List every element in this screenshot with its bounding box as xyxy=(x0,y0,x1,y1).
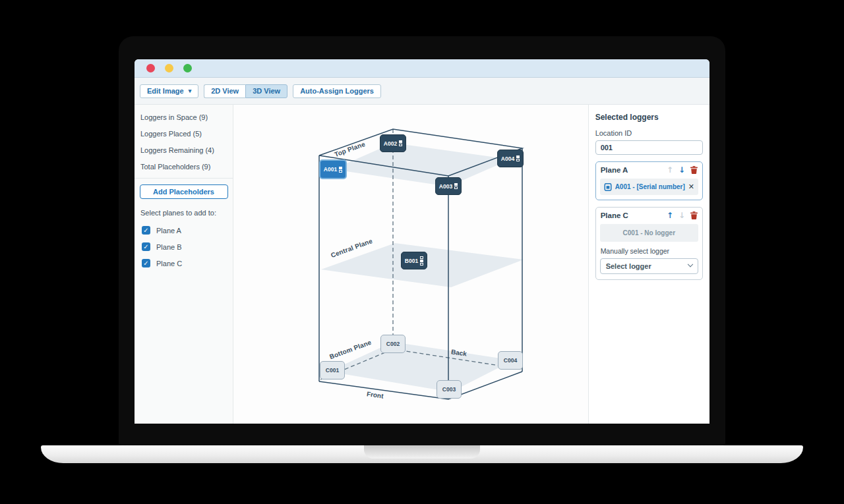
placeholder-c001[interactable]: C001 xyxy=(320,361,345,379)
selected-loggers-panel: Selected loggers Location ID Plane A ↑ ↓ xyxy=(588,105,709,424)
zoom-window-button[interactable] xyxy=(183,64,192,72)
select-logger-placeholder: Select logger xyxy=(606,262,651,270)
logger-device-icon xyxy=(399,140,402,146)
placeholder-c004[interactable]: C004 xyxy=(498,351,523,370)
location-id-input[interactable] xyxy=(595,140,703,155)
edit-image-dropdown[interactable]: Edit Image ▾ xyxy=(140,84,198,98)
toolbar: Edit Image ▾ 2D View 3D View Auto-Assign… xyxy=(135,78,709,105)
app-window: Edit Image ▾ 2D View 3D View Auto-Assign… xyxy=(135,59,709,424)
logger-device-icon xyxy=(454,183,458,189)
delete-plane-icon[interactable] xyxy=(690,211,698,219)
plane-a-checkbox-row[interactable]: ✓ Plane A xyxy=(135,223,233,239)
select-planes-label: Select planes to add to: xyxy=(135,206,233,223)
stat-loggers-remaining: Loggers Remaining (4) xyxy=(135,142,233,158)
location-id-label: Location ID xyxy=(595,129,703,137)
delete-plane-icon[interactable] xyxy=(690,166,698,174)
logger-device-icon xyxy=(604,183,612,191)
stat-total-placeholders: Total Placeholders (9) xyxy=(135,158,233,175)
plane-b-checkbox-row[interactable]: ✓ Plane B xyxy=(135,239,233,256)
placeholder-a002[interactable]: A002 xyxy=(380,134,406,152)
placeholder-b001-label: B001 xyxy=(405,258,418,264)
placeholder-c002-label: C002 xyxy=(386,341,400,347)
view-3d-button[interactable]: 3D View xyxy=(245,84,287,98)
plane-c-checkbox-label: Plane C xyxy=(156,260,182,267)
content-area: Loggers in Space (9) Loggers Placed (5) … xyxy=(135,105,709,424)
placeholder-a004[interactable]: A004 xyxy=(497,150,524,167)
view-toggle-group: 2D View 3D View xyxy=(204,84,287,98)
remove-logger-icon[interactable]: ✕ xyxy=(688,182,694,191)
stat-loggers-in-space: Loggers in Space (9) xyxy=(135,109,233,125)
chevron-down-icon xyxy=(688,262,693,267)
checkbox-checked-icon[interactable]: ✓ xyxy=(142,259,150,267)
assigned-logger-row[interactable]: A001 - [Serial number] ✕ xyxy=(600,179,698,195)
move-up-icon[interactable]: ↑ xyxy=(667,211,673,220)
placeholder-a001-label: A001 xyxy=(324,166,337,173)
add-placeholders-button[interactable]: Add Placeholders xyxy=(140,184,228,199)
placeholder-a004-label: A004 xyxy=(501,155,514,162)
move-down-icon: ↓ xyxy=(678,211,685,220)
placeholder-a002-label: A002 xyxy=(384,140,397,147)
placeholder-c002[interactable]: C002 xyxy=(380,335,406,353)
move-down-icon[interactable]: ↓ xyxy=(678,165,685,175)
select-logger-dropdown[interactable]: Select logger xyxy=(600,258,698,274)
view-2d-button[interactable]: 2D View xyxy=(204,84,245,98)
plane-a-checkbox-label: Plane A xyxy=(156,227,181,235)
assigned-logger-label: A001 - [Serial number] xyxy=(615,183,685,190)
checkbox-checked-icon[interactable]: ✓ xyxy=(142,242,150,251)
move-up-icon: ↑ xyxy=(667,165,673,175)
placeholder-a003[interactable]: A003 xyxy=(435,177,462,195)
plane-c-card-title: Plane C xyxy=(601,211,628,219)
placeholder-a001[interactable]: A001 xyxy=(319,159,347,179)
plane-c-card-header: Plane C ↑ ↓ xyxy=(596,208,702,223)
placeholder-c004-label: C004 xyxy=(504,357,517,364)
placeholder-b001[interactable]: B001 xyxy=(401,252,427,269)
edit-image-label: Edit Image xyxy=(147,87,184,95)
selected-loggers-title: Selected loggers xyxy=(595,113,703,122)
sidebar-divider xyxy=(135,178,233,179)
manually-select-logger-label: Manually select logger xyxy=(601,247,698,255)
placeholder-c003-label: C003 xyxy=(442,386,456,393)
placeholder-c003[interactable]: C003 xyxy=(437,380,462,399)
window-titlebar xyxy=(135,59,709,78)
stage: Edit Image ▾ 2D View 3D View Auto-Assign… xyxy=(0,0,844,504)
placeholder-c001-label: C001 xyxy=(326,367,339,374)
auto-assign-loggers-button[interactable]: Auto-Assign Loggers xyxy=(293,84,381,98)
logger-device-icon xyxy=(420,256,423,266)
logger-device-icon xyxy=(516,155,520,161)
checkbox-checked-icon[interactable]: ✓ xyxy=(142,226,150,235)
stat-loggers-placed: Loggers Placed (5) xyxy=(135,125,233,142)
plane-c-card: Plane C ↑ ↓ C001 - No logger xyxy=(595,207,703,280)
placeholder-a003-label: A003 xyxy=(439,183,452,190)
logger-device-icon xyxy=(339,167,342,173)
laptop-base-notch xyxy=(364,445,480,459)
plane-a-card-title: Plane A xyxy=(601,166,628,174)
caret-down-icon: ▾ xyxy=(189,88,192,94)
plane-a-card: Plane A ↑ ↓ xyxy=(595,161,703,200)
plane-c-checkbox-row[interactable]: ✓ Plane C xyxy=(135,256,233,272)
plane-b-checkbox-label: Plane B xyxy=(156,243,182,251)
left-sidebar: Loggers in Space (9) Loggers Placed (5) … xyxy=(135,105,233,424)
plane-a-card-header: Plane A ↑ ↓ xyxy=(596,162,702,177)
scene-canvas[interactable]: Top Plane Central Plane Bottom Plane Bac… xyxy=(233,105,588,424)
no-logger-row: C001 - No logger xyxy=(600,224,698,242)
minimize-window-button[interactable] xyxy=(165,64,173,72)
close-window-button[interactable] xyxy=(146,64,155,72)
